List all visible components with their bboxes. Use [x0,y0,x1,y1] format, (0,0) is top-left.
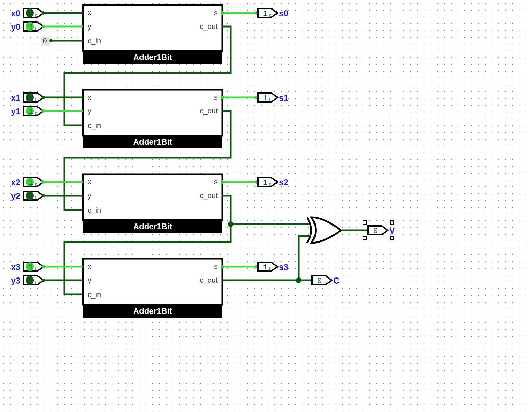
circuit-canvas[interactable]: .w0{stroke:#0a5a0a;stroke-width:5;fill:n… [0,0,532,412]
label-s3: s3 [279,262,288,272]
svg-text:1: 1 [263,263,267,272]
svg-text:1: 1 [28,108,33,116]
svg-text:1: 1 [263,94,267,103]
pin-cin: c_in [88,37,101,45]
svg-text:0: 0 [28,94,33,103]
selection-handle[interactable] [390,236,394,240]
canvas-bg [0,0,532,412]
pin-x: x [88,8,91,17]
label-y2: y2 [11,191,20,201]
label-s0: s0 [279,8,288,18]
label-C: C [333,276,339,285]
svg-text:x: x [88,93,91,102]
label-s1: s1 [279,93,288,103]
svg-point-80 [221,265,224,268]
svg-text:b: b [35,111,37,116]
svg-text:c_in: c_in [88,290,101,299]
svg-point-12 [221,11,224,15]
label-y0: y0 [11,22,20,32]
selection-handle[interactable] [390,221,394,224]
block-title: Adder1Bit [133,53,172,62]
adder-block[interactable]: Adder1Bit x y c_in s c_out [83,5,222,64]
input-x0-value: 0 [28,10,33,18]
svg-text:0: 0 [317,277,322,285]
svg-text:b: b [269,13,271,18]
svg-point-11 [49,39,53,42]
svg-text:Adder1Bit: Adder1Bit [133,222,172,231]
label-y1: y1 [11,107,20,116]
svg-text:b: b [269,98,271,103]
svg-text:y: y [88,191,91,200]
svg-text:c_in: c_in [88,121,101,130]
svg-text:b: b [35,13,37,18]
svg-text:1: 1 [28,263,33,272]
svg-text:b: b [35,182,37,187]
svg-point-50 [42,180,45,184]
svg-text:Adder1Bit: Adder1Bit [133,306,172,316]
svg-text:0: 0 [43,37,47,46]
svg-point-78 [42,279,45,282]
svg-text:c_out: c_out [200,107,218,115]
label-x0: x0 [11,8,20,18]
svg-text:x: x [88,178,91,186]
svg-point-73 [42,265,45,268]
svg-point-34 [221,96,224,99]
svg-text:b: b [35,27,37,32]
pin-y: y [88,22,91,31]
svg-text:0: 0 [28,192,33,201]
const-0[interactable]: 0 [41,37,50,46]
label-s2: s2 [279,178,288,187]
label-x2: x2 [11,178,20,187]
svg-text:c_in: c_in [88,206,101,214]
svg-text:b: b [35,196,37,201]
label-x3: x3 [11,262,20,272]
label-x1: x1 [11,93,20,103]
svg-text:c_out: c_out [200,276,218,284]
svg-text:1: 1 [28,179,33,187]
svg-text:s: s [214,178,218,186]
svg-text:0: 0 [373,227,378,235]
input-y0-value: 1 [28,23,33,32]
adder-block[interactable]: Adder1Bit x y c_in s c_out [83,259,222,318]
svg-text:Adder1Bit: Adder1Bit [133,137,172,146]
svg-point-32 [42,109,45,113]
wire-junction [228,221,233,227]
output-s0-value: 1 [263,10,267,18]
svg-point-5 [42,11,45,15]
label-V: V [389,226,395,235]
svg-text:s: s [214,262,218,271]
svg-point-57 [221,180,224,184]
svg-text:c_out: c_out [200,191,218,200]
svg-point-55 [42,194,45,197]
svg-text:b: b [379,231,382,235]
selection-handle[interactable] [363,236,366,240]
svg-text:s: s [214,93,218,102]
svg-point-27 [42,96,45,99]
svg-text:x: x [88,262,91,271]
adder-block[interactable]: Adder1Bit x y c_in s c_out [83,90,222,148]
svg-text:b: b [35,98,37,103]
pin-s: s [214,8,218,17]
adder-block[interactable]: Adder1Bit x y c_in s c_out [83,174,222,233]
svg-text:1: 1 [263,179,267,187]
wire-junction [296,277,301,283]
svg-text:b: b [323,281,326,285]
svg-text:y: y [88,107,91,115]
svg-text:y: y [88,276,91,284]
selection-handle[interactable] [363,221,366,224]
label-y3: y3 [11,276,20,285]
svg-point-8 [42,25,45,28]
svg-text:0: 0 [28,277,33,285]
svg-text:b: b [269,182,271,187]
svg-text:b: b [35,267,37,272]
svg-text:b: b [35,281,37,285]
pin-cout: c_out [200,22,218,31]
svg-text:b: b [269,267,271,272]
